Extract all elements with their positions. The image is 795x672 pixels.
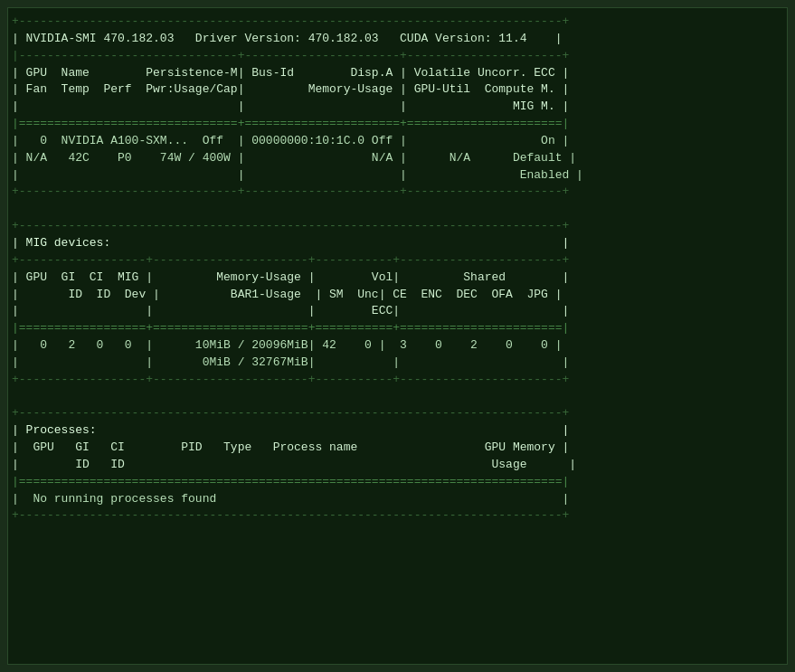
terminal-line-9: | | | Enabled | xyxy=(12,167,783,185)
terminal-line-2: |-------------------------------+-------… xyxy=(12,48,783,65)
terminal-line-0: +---------------------------------------… xyxy=(12,14,783,31)
terminal-line-22 xyxy=(12,389,783,406)
terminal-line-27: |=======================================… xyxy=(12,474,783,491)
terminal-line-8: | N/A 42C P0 74W / 400W | N/A | N/A Defa… xyxy=(12,150,783,167)
terminal-line-14: +------------------+--------------------… xyxy=(12,252,783,270)
terminal-line-24: | Processes: | xyxy=(12,422,783,440)
terminal-line-23: +---------------------------------------… xyxy=(12,405,783,422)
terminal-line-3: | GPU Name Persistence-M| Bus-Id Disp.A … xyxy=(12,65,783,82)
terminal-line-20: | | 0MiB / 32767MiB| | | xyxy=(12,355,783,372)
terminal-line-28: | No running processes found | xyxy=(12,491,783,508)
terminal-line-6: |===============================+=======… xyxy=(12,116,783,133)
terminal-line-7: | 0 NVIDIA A100-SXM... Off | 00000000:10… xyxy=(12,133,783,150)
terminal-line-1: | NVIDIA-SMI 470.182.03 Driver Version: … xyxy=(12,31,783,48)
terminal-line-29: +---------------------------------------… xyxy=(12,507,783,525)
terminal-line-18: |==================+====================… xyxy=(12,320,783,337)
terminal-line-16: | ID ID Dev | BAR1-Usage | SM Unc| CE EN… xyxy=(12,287,783,304)
terminal-line-19: | 0 2 0 0 | 10MiB / 20096MiB| 42 0 | 3 0… xyxy=(12,337,783,355)
terminal-line-21: +------------------+--------------------… xyxy=(12,372,783,389)
terminal-line-13: | MIG devices: | xyxy=(12,235,783,252)
terminal-line-12: +---------------------------------------… xyxy=(12,218,783,235)
terminal-line-10: +-------------------------------+-------… xyxy=(12,184,783,201)
terminal-line-4: | Fan Temp Perf Pwr:Usage/Cap| Memory-Us… xyxy=(12,81,783,99)
terminal-line-11 xyxy=(12,201,783,218)
terminal-content: +---------------------------------------… xyxy=(12,14,783,525)
terminal-line-5: | | | MIG M. | xyxy=(12,99,783,116)
terminal-line-17: | | | ECC| | xyxy=(12,303,783,320)
terminal-line-15: | GPU GI CI MIG | Memory-Usage | Vol| Sh… xyxy=(12,270,783,287)
terminal-line-25: | GPU GI CI PID Type Process name GPU Me… xyxy=(12,440,783,457)
terminal-output: +---------------------------------------… xyxy=(7,7,788,665)
terminal-line-26: | ID ID Usage | xyxy=(12,457,783,474)
